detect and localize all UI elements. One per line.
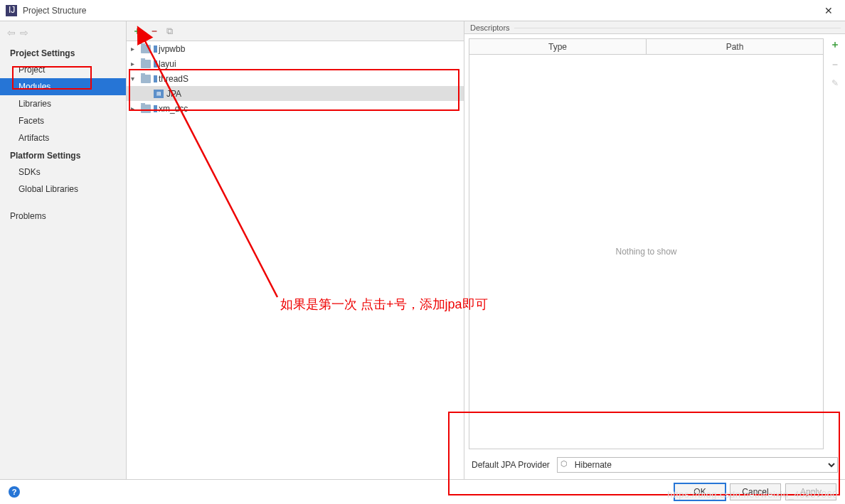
sidebar-item-modules[interactable]: Modules [0, 78, 126, 95]
module-icon [154, 60, 157, 68]
chevron-right-icon: ▸ [131, 45, 141, 53]
tree-item-xmdcc[interactable]: ▸ xm_dcc [127, 101, 464, 116]
remove-descriptor-icon: － [830, 58, 840, 71]
close-icon[interactable]: ✕ [818, 5, 839, 16]
sidebar-item-project[interactable]: Project [0, 61, 126, 78]
footer: ? OK Cancel Apply [0, 479, 845, 504]
folder-icon [141, 104, 151, 113]
chevron-right-icon: ▸ [131, 60, 141, 68]
descriptors-header: Type Path [469, 39, 823, 55]
titlebar: IJ Project Structure ✕ [0, 0, 845, 21]
provider-label: Default JPA Provider [472, 460, 550, 470]
modules-toolbar: ＋ － ⧉ [127, 21, 464, 41]
descriptors-table: Type Path Nothing to show [469, 38, 824, 449]
modules-panel: ＋ － ⧉ ▸ jvpwbb ▸ layui ▾ threadS [127, 21, 464, 479]
col-path[interactable]: Path [647, 39, 823, 54]
sidebar-item-libraries[interactable]: Libraries [0, 95, 126, 112]
module-icon [154, 75, 157, 82]
section-platform-settings: Platform Settings [0, 146, 126, 163]
add-descriptor-icon[interactable]: ＋ [830, 38, 840, 51]
add-module-icon[interactable]: ＋ [132, 25, 142, 38]
main-body: ⇦ ⇨ Project Settings Project Modules Lib… [0, 21, 845, 479]
tree-item-threads[interactable]: ▾ threadS [127, 71, 464, 86]
tree-item-layui[interactable]: ▸ layui [127, 56, 464, 71]
sidebar-item-sdks[interactable]: SDKs [0, 163, 126, 181]
descriptors-empty: Nothing to show [469, 55, 823, 449]
tree-item-jvpwbb[interactable]: ▸ jvpwbb [127, 41, 464, 56]
sidebar-item-facets[interactable]: Facets [0, 112, 126, 129]
folder-icon [141, 60, 151, 68]
remove-module-icon[interactable]: － [149, 25, 159, 38]
ok-button[interactable]: OK [674, 483, 726, 500]
descriptors-label: Descriptors [464, 21, 845, 34]
svg-text:IJ: IJ [9, 6, 15, 15]
chevron-down-icon: ▾ [131, 75, 141, 82]
right-panel: Descriptors Type Path Nothing to show ＋ … [464, 21, 845, 479]
app-icon: IJ [6, 5, 17, 16]
section-project-settings: Project Settings [0, 44, 126, 61]
descriptors-area: Type Path Nothing to show ＋ － ✎ [464, 34, 845, 455]
tree-item-jpa[interactable]: ▤ JPA [127, 86, 464, 101]
sidebar-item-problems[interactable]: Problems [0, 208, 126, 225]
forward-icon[interactable]: ⇨ [20, 27, 28, 38]
folder-icon [141, 45, 151, 53]
sidebar-item-global-libraries[interactable]: Global Libraries [0, 181, 126, 198]
apply-button: Apply [785, 483, 836, 500]
help-icon[interactable]: ? [9, 486, 20, 498]
copy-module-icon[interactable]: ⧉ [166, 26, 173, 37]
provider-select[interactable]: Hibernate [557, 457, 838, 473]
sidebar: ⇦ ⇨ Project Settings Project Modules Lib… [0, 21, 127, 479]
module-icon [154, 105, 157, 112]
cancel-button[interactable]: Cancel [730, 483, 781, 500]
sidebar-item-artifacts[interactable]: Artifacts [0, 129, 126, 146]
nav-arrows: ⇦ ⇨ [0, 26, 126, 44]
back-icon[interactable]: ⇦ [7, 27, 16, 38]
descriptors-actions: ＋ － ✎ [825, 34, 845, 455]
window-title: Project Structure [23, 6, 818, 16]
module-icon [154, 45, 157, 53]
edit-descriptor-icon: ✎ [831, 78, 839, 88]
col-type[interactable]: Type [469, 39, 647, 54]
folder-icon [141, 75, 151, 83]
jpa-icon: ▤ [154, 90, 164, 98]
modules-tree: ▸ jvpwbb ▸ layui ▾ threadS ▤ JPA [127, 41, 464, 479]
chevron-right-icon: ▸ [131, 104, 141, 112]
provider-row: Default JPA Provider Hibernate [464, 455, 845, 475]
